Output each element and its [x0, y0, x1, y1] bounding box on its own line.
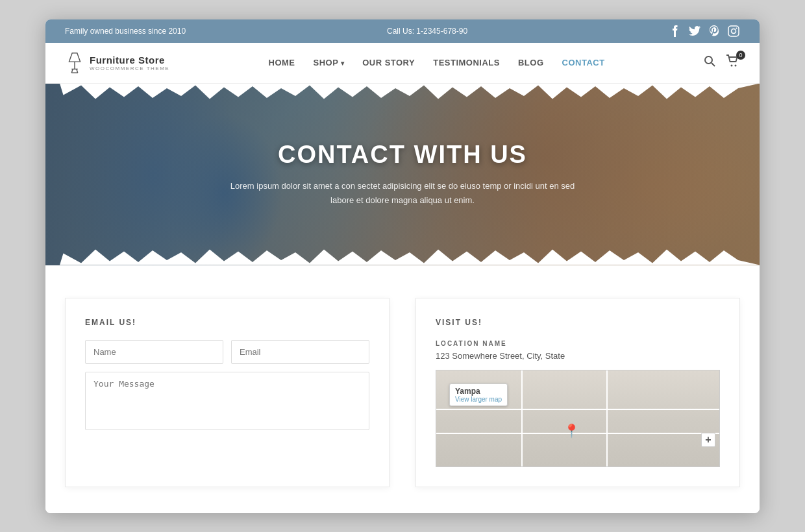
- topbar-phone: Call Us: 1-2345-678-90: [387, 27, 467, 36]
- nav-shop[interactable]: SHOP: [314, 58, 345, 67]
- cart-badge: 0: [736, 51, 745, 60]
- nav-our-story[interactable]: OUR STORY: [362, 58, 415, 67]
- logo[interactable]: Furniture Store WOOCOMMERCE THEME: [65, 51, 169, 75]
- nav-home[interactable]: HOME: [269, 58, 295, 67]
- message-textarea[interactable]: [85, 372, 369, 430]
- hero-subtitle: Lorem ipsum dolor sit amet a con sectet …: [227, 179, 578, 208]
- header-actions: 0: [704, 54, 740, 71]
- map-road-h1: [436, 409, 719, 410]
- email-section-label: EMAIL US!: [85, 318, 369, 327]
- svg-point-1: [732, 29, 736, 33]
- nav-testimonials[interactable]: TESTIMONIALS: [433, 58, 500, 67]
- logo-sub: WOOCOMMERCE THEME: [90, 66, 169, 71]
- svg-point-11: [731, 65, 733, 67]
- name-input[interactable]: [85, 340, 223, 364]
- nav-blog[interactable]: BLOG: [518, 58, 544, 67]
- hero-content: CONTACT WITH US Lorem ipsum dolor sit am…: [45, 84, 760, 265]
- map-town-label: Yampa View larger map: [449, 383, 508, 406]
- location-label: LOCATION NAME: [436, 340, 720, 347]
- location-address: 123 Somewhere Street, City, State: [436, 351, 720, 361]
- email-form-panel: EMAIL US!: [65, 298, 390, 487]
- svg-line-10: [712, 63, 715, 66]
- pinterest-icon[interactable]: [708, 25, 721, 38]
- main-nav: HOME SHOP OUR STORY TESTIMONIALS BLOG CO…: [269, 58, 605, 67]
- svg-line-7: [77, 69, 78, 73]
- email-input[interactable]: [231, 340, 369, 364]
- top-bar: Family owned business since 2010 Call Us…: [45, 19, 760, 43]
- hero-title: CONTACT WITH US: [278, 141, 527, 169]
- cart-button[interactable]: 0: [726, 54, 740, 71]
- instagram-icon[interactable]: [727, 25, 740, 38]
- map-road-v1: [521, 370, 523, 466]
- map-larger-link[interactable]: View larger map: [455, 396, 502, 403]
- svg-point-9: [705, 56, 712, 64]
- topbar-tagline: Family owned business since 2010: [65, 27, 186, 36]
- lamp-icon: [65, 51, 84, 75]
- map-zoom-button[interactable]: +: [701, 433, 715, 447]
- map-road-v2: [606, 370, 608, 466]
- map-town-name: Yampa: [455, 387, 502, 396]
- svg-line-6: [71, 69, 73, 73]
- browser-window: Family owned business since 2010 Call Us…: [45, 19, 760, 513]
- search-button[interactable]: [704, 55, 715, 70]
- facebook-icon[interactable]: [669, 25, 682, 38]
- map-container: Yampa View larger map 📍 +: [436, 370, 720, 467]
- map-pin: 📍: [564, 423, 580, 439]
- svg-rect-0: [728, 26, 739, 36]
- form-name-email-row: [85, 340, 369, 364]
- social-icons: [669, 25, 740, 38]
- nav-contact[interactable]: CONTACT: [562, 58, 605, 67]
- contact-content: EMAIL US! VISIT US! LOCATION NAME 123 So…: [45, 265, 760, 513]
- twitter-icon[interactable]: [688, 25, 701, 38]
- svg-marker-3: [69, 53, 80, 61]
- logo-name: Furniture Store: [90, 54, 169, 66]
- visit-panel: VISIT US! LOCATION NAME 123 Somewhere St…: [415, 298, 740, 487]
- header: Furniture Store WOOCOMMERCE THEME HOME S…: [45, 43, 760, 84]
- logo-text: Furniture Store WOOCOMMERCE THEME: [90, 54, 169, 71]
- svg-point-2: [736, 27, 737, 29]
- svg-point-12: [735, 65, 737, 67]
- visit-section-label: VISIT US!: [436, 318, 720, 327]
- hero-section: CONTACT WITH US Lorem ipsum dolor sit am…: [45, 84, 760, 265]
